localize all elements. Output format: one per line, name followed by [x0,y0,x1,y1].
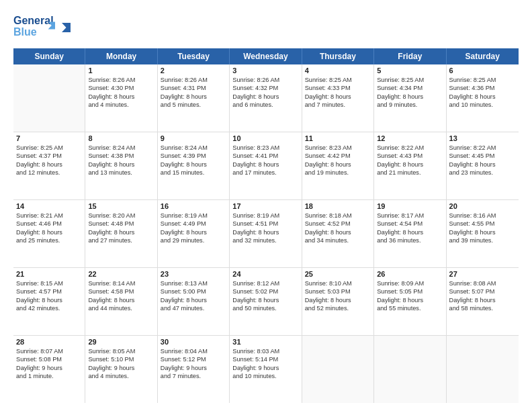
cell-info-line: Daylight: 8 hours [377,296,443,304]
calendar-cell: 25Sunrise: 8:10 AMSunset: 5:03 PMDayligh… [302,268,374,335]
cell-info-line: Sunset: 5:00 PM [161,287,226,295]
cell-info-line: and 6 minutes. [232,101,298,109]
cell-info-line: Sunset: 4:58 PM [88,287,154,295]
cell-info-line: Sunset: 4:31 PM [161,84,226,92]
day-number: 8 [88,134,154,142]
cell-info-line: Sunrise: 8:22 AM [449,144,516,152]
cell-info-line: Sunset: 4:41 PM [232,152,298,160]
day-number: 13 [449,134,516,142]
cell-info-line: Sunset: 5:12 PM [161,355,226,363]
cell-info-line: Sunrise: 8:04 AM [161,347,226,355]
svg-marker-2 [62,23,71,32]
day-number: 15 [88,202,154,210]
cell-info-line: Sunset: 4:48 PM [88,220,154,228]
cell-info-line: Daylight: 8 hours [449,296,516,304]
calendar-cell: 19Sunrise: 8:17 AMSunset: 4:54 PMDayligh… [374,200,446,267]
cell-info-line: Sunrise: 8:26 AM [161,76,226,84]
day-number: 22 [88,270,154,278]
cell-info-line: and 19 minutes. [305,169,371,177]
cell-info-line: and 10 minutes. [449,101,516,109]
cell-info-line: Sunrise: 8:26 AM [232,76,298,84]
cell-info-line: and 10 minutes. [232,372,298,380]
cell-info-line: Sunrise: 8:15 AM [16,279,82,287]
day-number: 3 [232,66,298,75]
cell-info-line: Daylight: 9 hours [232,364,298,372]
cell-info-line: Daylight: 9 hours [88,364,154,372]
cell-info-line: Sunset: 4:57 PM [16,287,82,295]
cell-info-line: Sunset: 4:37 PM [16,152,82,160]
cell-info-line: Daylight: 8 hours [305,93,371,101]
calendar-cell: 28Sunrise: 8:07 AMSunset: 5:08 PMDayligh… [13,336,85,403]
cell-info-line: and 5 minutes. [161,101,226,109]
calendar-week-row: 28Sunrise: 8:07 AMSunset: 5:08 PMDayligh… [13,336,519,403]
cell-info-line: Sunset: 4:33 PM [305,84,371,92]
calendar-cell: 4Sunrise: 8:25 AMSunset: 4:33 PMDaylight… [302,64,374,132]
cell-info-line: Sunrise: 8:17 AM [377,212,443,220]
cell-info-line: and 9 minutes. [377,101,443,109]
weekday-header: Monday [85,48,157,64]
cell-info-line: Daylight: 8 hours [88,93,154,101]
cell-info-line: Daylight: 8 hours [377,228,443,236]
cell-info-line: Sunrise: 8:12 AM [232,279,298,287]
cell-info-line: Daylight: 9 hours [161,364,226,372]
cell-info-line: Sunset: 5:07 PM [449,287,516,295]
calendar-cell: 13Sunrise: 8:22 AMSunset: 4:45 PMDayligh… [447,132,519,199]
cell-info-line: Sunrise: 8:07 AM [16,347,82,355]
day-number: 27 [449,270,516,278]
cell-info-line: Sunset: 4:45 PM [449,152,516,160]
day-number: 31 [232,338,298,346]
day-number: 26 [377,270,443,278]
cell-info-line: Sunrise: 8:22 AM [377,144,443,152]
cell-info-line: and 29 minutes. [161,236,226,244]
cell-info-line: Daylight: 8 hours [88,228,154,236]
page: General Blue SundayMondayTuesdayWednesda… [0,0,532,411]
calendar-cell: 16Sunrise: 8:19 AMSunset: 4:49 PMDayligh… [158,200,230,267]
calendar-cell: 3Sunrise: 8:26 AMSunset: 4:32 PMDaylight… [230,64,302,132]
day-number: 16 [161,202,226,210]
day-number: 17 [232,202,298,210]
calendar-cell [374,336,446,403]
cell-info-line: Daylight: 8 hours [232,228,298,236]
cell-info-line: Sunrise: 8:25 AM [16,144,82,152]
cell-info-line: Sunset: 4:39 PM [161,152,226,160]
calendar-cell: 29Sunrise: 8:05 AMSunset: 5:10 PMDayligh… [85,336,157,403]
day-number: 20 [449,202,516,210]
calendar-cell: 5Sunrise: 8:25 AMSunset: 4:34 PMDaylight… [374,64,446,132]
calendar-week-row: 21Sunrise: 8:15 AMSunset: 4:57 PMDayligh… [13,268,519,336]
header: General Blue [13,11,519,42]
cell-info-line: Sunrise: 8:21 AM [16,212,82,220]
cell-info-line: and 1 minute. [16,372,82,380]
cell-info-line: Sunset: 4:43 PM [377,152,443,160]
cell-info-line: Sunrise: 8:23 AM [305,144,371,152]
cell-info-line: and 58 minutes. [449,304,516,312]
day-number: 6 [449,66,516,75]
cell-info-line: and 36 minutes. [377,236,443,244]
weekday-header: Tuesday [158,48,230,64]
cell-info-line: Sunrise: 8:24 AM [88,144,154,152]
day-number: 23 [161,270,226,278]
cell-info-line: Daylight: 8 hours [305,228,371,236]
weekday-header: Sunday [13,48,85,64]
cell-info-line: Sunset: 4:54 PM [377,220,443,228]
cell-info-line: Sunrise: 8:13 AM [161,279,226,287]
calendar-week-row: 14Sunrise: 8:21 AMSunset: 4:46 PMDayligh… [13,200,519,268]
cell-info-line: Sunrise: 8:25 AM [449,76,516,84]
calendar-header: SundayMondayTuesdayWednesdayThursdayFrid… [13,48,519,64]
cell-info-line: Sunset: 5:10 PM [88,355,154,363]
cell-info-line: Sunset: 4:42 PM [305,152,371,160]
cell-info-line: Daylight: 8 hours [88,161,154,169]
calendar-cell [302,336,374,403]
cell-info-line: Daylight: 8 hours [232,93,298,101]
logo-icon: General Blue [13,11,74,39]
cell-info-line: Sunset: 5:14 PM [232,355,298,363]
calendar-cell: 22Sunrise: 8:14 AMSunset: 4:58 PMDayligh… [85,268,157,335]
cell-info-line: Sunset: 4:46 PM [16,220,82,228]
cell-info-line: and 47 minutes. [161,304,226,312]
cell-info-line: Sunset: 4:55 PM [449,220,516,228]
cell-info-line: and 42 minutes. [16,304,82,312]
calendar-body: 1Sunrise: 8:26 AMSunset: 4:30 PMDaylight… [13,64,519,403]
cell-info-line: Sunrise: 8:26 AM [88,76,154,84]
calendar-cell: 1Sunrise: 8:26 AMSunset: 4:30 PMDaylight… [85,64,157,132]
cell-info-line: and 27 minutes. [88,236,154,244]
cell-info-line: and 23 minutes. [449,169,516,177]
